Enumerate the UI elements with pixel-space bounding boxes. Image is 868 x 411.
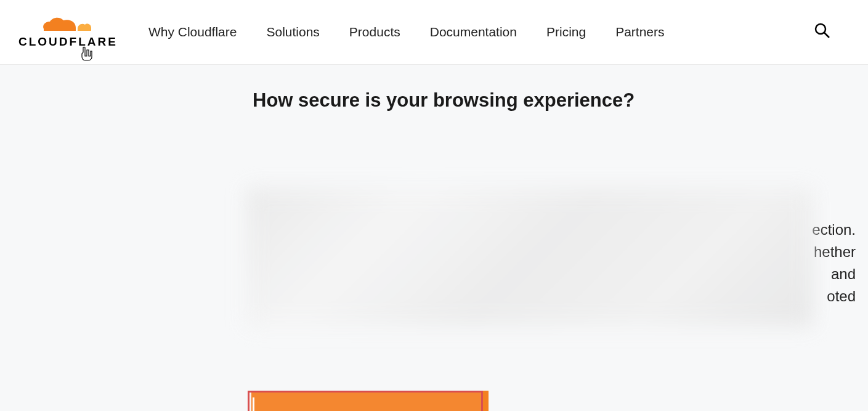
cloud-icon: [42, 15, 94, 33]
nav-partners[interactable]: Partners: [615, 25, 664, 39]
svg-point-2: [816, 24, 825, 34]
svg-rect-0: [44, 29, 76, 31]
nav-why-cloudflare[interactable]: Why Cloudflare: [148, 25, 237, 39]
search-icon: [814, 22, 831, 39]
check-my-browser-button[interactable]: Check My Browser: [251, 391, 489, 411]
logo-text: CLOUDFLARE: [18, 35, 118, 49]
cta-label: Check My Browser: [304, 409, 436, 412]
nav-documentation[interactable]: Documentation: [430, 25, 517, 39]
nav-pricing[interactable]: Pricing: [546, 25, 586, 39]
site-header: CLOUDFLARE Why Cloudflare Solutions Prod…: [0, 0, 868, 65]
nav-products[interactable]: Products: [349, 25, 400, 39]
svg-rect-1: [78, 29, 91, 31]
cloudflare-logo[interactable]: CLOUDFLARE: [18, 15, 118, 49]
partial-paragraph-text: ection. hether and oted: [812, 219, 856, 307]
redacted-content-region: [246, 188, 813, 327]
page-heading: How secure is your browsing experience?: [253, 89, 856, 112]
pointer-cursor-icon: [79, 45, 96, 62]
svg-line-3: [824, 33, 829, 38]
main-content: How secure is your browsing experience? …: [0, 65, 868, 411]
main-nav: Why Cloudflare Solutions Products Docume…: [148, 25, 814, 39]
nav-solutions[interactable]: Solutions: [266, 25, 319, 39]
search-button[interactable]: [814, 22, 831, 42]
